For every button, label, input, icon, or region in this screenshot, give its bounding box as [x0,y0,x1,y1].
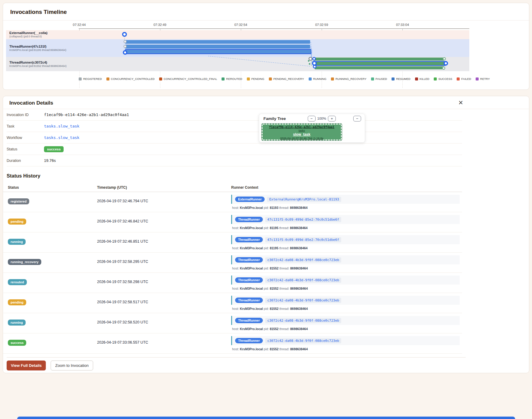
details-footer: View Full Details Zoom to Invocation [7,357,466,370]
status-badge: running [8,239,26,245]
runner-type-badge: ThreadRunner [235,277,263,283]
runner-host-info: host: KrsM3Pro.local pid: 81193 thread: … [232,206,462,210]
legend-label: RUNNING [313,77,326,80]
zoom-in-button[interactable]: + [328,116,336,121]
runner-name: ExternalRunner(__colla) [9,31,79,35]
status-badge: success [8,340,26,346]
timeline-track [79,39,469,57]
zoom-to-invocation-button[interactable]: Zoom to Invocation [51,361,93,370]
invocation-bar[interactable] [315,66,444,69]
invocation-bar[interactable] [314,58,444,61]
legend-label: REROUTED [226,77,242,80]
history-runner-cell: ThreadRunnerc3072c42-da08-4b3d-9f0f-088c… [231,313,462,331]
family-tree-node[interactable]: f1ecaf9b-e114-426e-a2b1-ad29ac0f4aa1 tas… [262,124,342,140]
history-row: running_recovery2026-04-19 07:32:58.295 … [3,253,462,273]
family-tree-title: Family Tree [263,116,286,121]
timeline-chart: 07:32:4407:32:4907:32:5407:32:5907:33:04… [3,20,529,89]
runner-context-card: ThreadRunnerc3072c42-da08-4b3d-9f0f-088c… [231,336,460,345]
legend-label: KILLED [420,77,430,80]
axis-line [79,28,469,29]
invocations-timeline-panel: Invocations Timeline 07:32:4407:32:4907:… [3,3,529,90]
status-history-table: Status Timestamp (UTC) Runner Context re… [3,183,529,354]
axis-tick-mark [322,29,322,30]
timeline-row: ThreadRunner(47c131f)KrsM3Pro.local (pid… [6,39,469,57]
field-task: Task tasks.slow_task [7,121,462,132]
axis-tick-label: 07:32:44 [73,23,86,27]
zoom-level: 100% [317,117,326,120]
runner-type-badge: ThreadRunner [235,318,263,323]
runner-id-link[interactable]: 47c131f5-0c09-499d-85e2-70c0c51dbe6f [265,217,341,222]
runner-host-info: host: KrsM3Pro.local pid: 81552 thread: … [232,266,462,270]
legend-label: PENDING [251,77,264,80]
invocation-bar[interactable] [314,61,446,66]
history-row: running2026-04-19 07:32:58.520 UTCThread… [3,313,462,333]
legend-item: CONCURRENCY_CONTROLLED_FINAL [159,77,217,80]
history-timestamp: 2026-04-19 07:32:46.851 UTC [97,232,231,244]
details-header: Invocation Details × [3,96,529,109]
timeline-row-label: ThreadRunner(c3072c4)KrsM3Pro.local (pid… [9,61,79,68]
legend-swatch [476,77,479,80]
legend-label: REGISTERED [83,77,102,80]
collapse-button[interactable]: − [353,116,361,121]
next-panel-top-edge[interactable] [17,417,515,419]
runner-id-link[interactable]: c3072c42-da08-4b3d-9f0f-088ce0c723eb [265,318,341,323]
task-link[interactable]: tasks.slow_task [44,124,79,128]
runner-id-link[interactable]: c3072c42-da08-4b3d-9f0f-088ce0c723eb [265,278,341,283]
history-row: pending2026-04-19 07:32:58.517 UTCThread… [3,293,462,313]
status-badge: rerouted [8,279,27,285]
legend-swatch [247,77,250,80]
invocation-id-value: f1ecaf9b-e114-426e-a2b1-ad29ac0f4aa1 [44,112,129,117]
legend-item: SUCCESS [434,77,452,80]
runner-context-card: ThreadRunnerc3072c42-da08-4b3d-9f0f-088c… [231,296,460,305]
axis-tick-mark [241,29,241,30]
runner-host-info: host: KrsM3Pro.local pid: 81195 thread: … [232,246,462,250]
history-row: success2026-04-19 07:33:06.557 UTCThread… [3,333,462,354]
history-row: running2026-04-19 07:32:46.851 UTCThread… [3,232,462,253]
node-task: slow_task [263,132,341,137]
invocation-bar[interactable] [125,45,310,49]
legend-swatch [371,77,374,80]
history-runner-cell: ThreadRunner47c131f5-0c09-499d-85e2-70c0… [231,212,462,230]
history-status-cell: running [3,313,97,326]
history-row: pending2026-04-19 07:32:46.842 UTCThread… [3,212,462,232]
runner-id-link[interactable]: c3072c42-da08-4b3d-9f0f-088ce0c723eb [265,338,341,343]
legend-item: RUNNING_RECOVERY [331,77,367,80]
status-history-title: Status History [7,173,529,179]
runner-type-badge: ThreadRunner [235,257,263,263]
invocation-bar[interactable] [125,40,310,44]
runner-context-card: ThreadRunnerc3072c42-da08-4b3d-9f0f-088c… [231,276,460,285]
runner-host-info: host: KrsM3Pro.local pid: 81552 thread: … [232,347,462,351]
runner-host-info: host: KrsM3Pro.local pid: 81552 thread: … [232,287,462,290]
status-badge: success [44,146,64,152]
runner-id-link[interactable]: c3072c42-da08-4b3d-9f0f-088ce0c723eb [265,257,341,263]
runner-id-link[interactable]: ExternalRunner@KrsM3Pro.local-81193 [267,197,341,202]
legend-swatch [159,77,162,80]
legend-item: REGISTERED [79,77,102,80]
zoom-out-button[interactable]: − [308,116,316,121]
legend-swatch [79,77,82,80]
column-timestamp: Timestamp (UTC) [97,185,231,190]
legend-item: RUNNING [309,77,326,80]
history-runner-cell: ThreadRunnerc3072c42-da08-4b3d-9f0f-088c… [231,253,462,270]
runner-id-link[interactable]: c3072c42-da08-4b3d-9f0f-088ce0c723eb [265,298,341,303]
legend-label: RETRY [480,77,490,80]
legend-item: RETRY [476,77,490,80]
field-label: Workflow [7,136,44,140]
legend-label: RUNNING_RECOVERY [335,77,367,80]
details-fields: Invocation ID f1ecaf9b-e114-426e-a2b1-ad… [3,109,462,166]
invocation-bar[interactable] [125,49,311,54]
field-label: Task [7,124,44,128]
axis-tick-label: 07:32:49 [153,23,166,27]
timeline-rows: ExternalRunner(__colla)(collapsed) (pid:… [6,30,469,71]
runner-context-card: ThreadRunner47c131f5-0c09-499d-85e2-70c0… [231,235,460,244]
runner-id-link[interactable]: 47c131f5-0c09-499d-85e2-70c0c51dbe6f [265,237,341,242]
history-status-cell: pending [3,212,97,225]
history-status-cell: registered [3,192,97,204]
view-full-details-button[interactable]: View Full Details [7,361,46,370]
workflow-link[interactable]: tasks.slow_task [44,135,79,140]
history-runner-cell: ThreadRunnerc3072c42-da08-4b3d-9f0f-088c… [231,293,462,310]
history-timestamp: 2026-04-19 07:32:58.520 UTC [97,313,231,324]
history-row: rerouted2026-04-19 07:32:58.298 UTCThrea… [3,273,462,293]
close-icon[interactable]: × [458,98,463,107]
history-timestamp: 2026-04-19 07:32:58.517 UTC [97,293,231,304]
